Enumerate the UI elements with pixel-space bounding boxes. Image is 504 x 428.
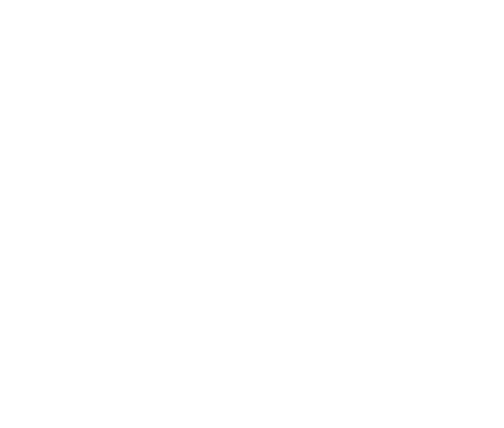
chart-grid bbox=[0, 0, 504, 428]
